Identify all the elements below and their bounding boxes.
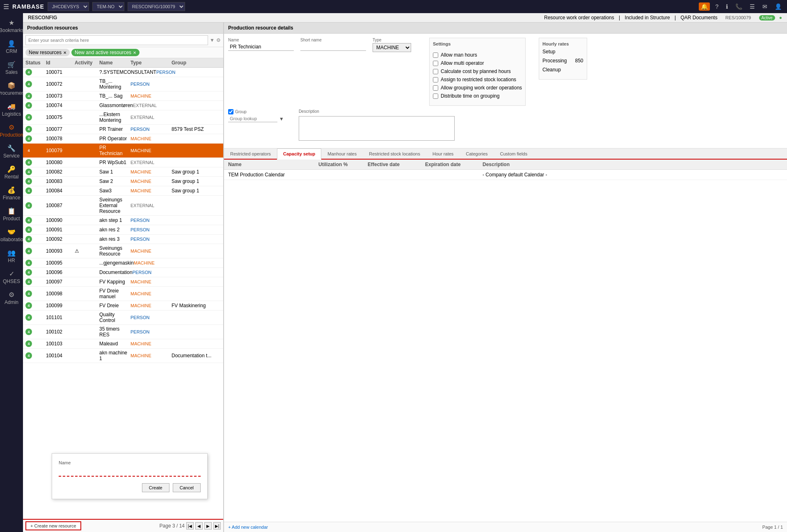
table-row[interactable]: 4 100102 35 timers RES PERSON bbox=[23, 325, 223, 339]
page-next-button[interactable]: ▶ bbox=[204, 522, 212, 530]
filter-close-icon[interactable]: ✕ bbox=[133, 50, 136, 55]
status-dot[interactable]: ● bbox=[779, 15, 782, 21]
table-row[interactable]: 4 100084 Saw3 MACHINE Saw group 1 bbox=[23, 186, 223, 196]
sidebar-item-production[interactable]: ⚙ Production bbox=[0, 121, 23, 140]
allow-grouping-checkbox[interactable] bbox=[433, 85, 438, 91]
table-row[interactable]: 4 100091 akn res 2 PERSON bbox=[23, 225, 223, 235]
row-id: 100074 bbox=[46, 103, 75, 108]
group-checkbox[interactable] bbox=[228, 109, 233, 114]
breadcrumb-bar: RESCONFIG Resource work order operations… bbox=[23, 13, 787, 23]
group-dropdown-icon[interactable]: ▼ bbox=[279, 116, 284, 122]
sidebar-item-crm[interactable]: 👤 CRM bbox=[0, 37, 23, 57]
sidebar-item-rental[interactable]: 🔑 Rental bbox=[0, 163, 23, 182]
capacity-page-info: Page 1 / 1 bbox=[762, 525, 783, 530]
allow-multi-operator-checkbox[interactable] bbox=[433, 61, 438, 66]
sidebar-item-product[interactable]: 📋 Product bbox=[0, 205, 23, 224]
group-lookup-input[interactable] bbox=[228, 115, 277, 122]
table-row[interactable]: 4 100073 TB_... Sag MACHINE bbox=[23, 91, 223, 101]
tab-categories[interactable]: Categories bbox=[460, 148, 494, 159]
table-row[interactable]: 4 100093 ⚠ Sveinungs Resource MACHINE bbox=[23, 244, 223, 258]
capacity-table-row[interactable]: TEM Production Calendar - Company defaul… bbox=[224, 170, 787, 180]
tab-restricted-stock-locations[interactable]: Restricted stock locations bbox=[363, 148, 426, 159]
settings-icon[interactable]: ⚙ bbox=[216, 37, 221, 43]
row-type: PERSON bbox=[130, 82, 172, 87]
row-status: 4 bbox=[25, 93, 46, 99]
sidebar-item-collaboration[interactable]: 🤝 Collaboration bbox=[0, 226, 23, 245]
sidebar-item-procurement[interactable]: 📦 Procurement bbox=[0, 79, 23, 98]
distribute-time-checkbox[interactable] bbox=[433, 94, 438, 99]
table-row[interactable]: 4 100104 akn machine 1 MACHINE Documenta… bbox=[23, 349, 223, 363]
table-row[interactable]: 4 100078 PR Operator MACHINE bbox=[23, 134, 223, 144]
mail-icon[interactable]: ✉ bbox=[760, 2, 769, 11]
qar-documents-link[interactable]: QAR Documents bbox=[680, 15, 717, 21]
tab-hour-rates[interactable]: Hour rates bbox=[426, 148, 460, 159]
table-row[interactable]: 4 100083 Saw 2 MACHINE Saw group 1 bbox=[23, 177, 223, 186]
description-textarea[interactable] bbox=[299, 116, 455, 141]
system-selector[interactable]: JHCDEVSYS bbox=[48, 2, 89, 11]
filter-close-icon[interactable]: ✕ bbox=[63, 50, 66, 55]
table-row[interactable]: 4 100079 PR Technician MACHINE bbox=[23, 144, 223, 158]
dialog-name-input[interactable] bbox=[59, 467, 201, 477]
phone-icon[interactable]: 📞 bbox=[733, 2, 744, 11]
sidebar-item-qhses[interactable]: ✓ QHSES bbox=[0, 267, 23, 287]
restricted-stock-checkbox[interactable] bbox=[433, 77, 438, 82]
sidebar-item-bookmarks[interactable]: ★ Bookmarks bbox=[0, 16, 23, 36]
hamburger-menu[interactable]: ☰ bbox=[3, 3, 9, 11]
table-row[interactable]: 4 100071 ?.SYSTEMCONSULTANT PERSON bbox=[23, 68, 223, 77]
page-first-button[interactable]: |◀ bbox=[186, 522, 194, 530]
included-in-structure-link[interactable]: Included in Structure bbox=[625, 15, 670, 21]
allow-man-hours-checkbox[interactable] bbox=[433, 53, 438, 58]
table-row[interactable]: 4 100092 akn res 3 PERSON bbox=[23, 235, 223, 244]
table-row[interactable]: 4 100075 ...Ekstern Montering EXTERNAL bbox=[23, 110, 223, 125]
table-row[interactable]: 4 100099 FV Dreie MACHINE FV Maskinering bbox=[23, 301, 223, 311]
bell-icon[interactable]: 🔔 bbox=[699, 2, 710, 11]
table-row[interactable]: 4 100080 PR WpSub1 EXTERNAL bbox=[23, 158, 223, 167]
name-input[interactable] bbox=[228, 43, 294, 51]
table-row[interactable]: 4 101101 Quality Control PERSON bbox=[23, 311, 223, 325]
resconfig-selector[interactable]: RESCONFIG/100079 bbox=[128, 2, 185, 11]
table-row[interactable]: 4 100090 akn step 1 PERSON bbox=[23, 216, 223, 225]
tab-custom-fields[interactable]: Custom fields bbox=[494, 148, 534, 159]
table-row[interactable]: 4 100098 FV Dreie manuel MACHINE bbox=[23, 287, 223, 301]
table-row[interactable]: 4 100082 Saw 1 MACHINE Saw group 1 bbox=[23, 167, 223, 177]
sidebar-item-finance[interactable]: 💰 Finance bbox=[0, 184, 23, 203]
table-row[interactable]: 4 100097 FV Kapping MACHINE bbox=[23, 277, 223, 287]
sidebar-item-service[interactable]: 🔧 Service bbox=[0, 142, 23, 161]
info-icon[interactable]: ℹ bbox=[724, 2, 730, 11]
short-name-input[interactable] bbox=[300, 43, 366, 51]
table-row[interactable]: 4 100074 Glassmontøren EXTERNAL bbox=[23, 101, 223, 110]
sidebar-item-logistics[interactable]: 🚚 Logistics bbox=[0, 100, 23, 119]
filter-new-resources[interactable]: New resources ✕ bbox=[25, 49, 70, 56]
table-row[interactable]: 4 100087 Sveinungs External Resource EXT… bbox=[23, 196, 223, 216]
help-icon[interactable]: ? bbox=[713, 2, 721, 11]
table-row[interactable]: 4 100095 ...gjengemaskin MACHINE bbox=[23, 258, 223, 268]
sidebar-item-sales[interactable]: 🛒 Sales bbox=[0, 58, 23, 78]
list-icon[interactable]: ☰ bbox=[748, 2, 757, 11]
filter-icon[interactable]: ▼ bbox=[210, 37, 215, 43]
tab-restricted-operators[interactable]: Restricted operators bbox=[224, 148, 277, 159]
page-last-button[interactable]: ▶| bbox=[213, 522, 221, 530]
dialog-cancel-button[interactable]: Cancel bbox=[173, 483, 201, 492]
table-row[interactable]: 4 100072 TB_... Montering PERSON bbox=[23, 77, 223, 91]
table-row[interactable]: 4 100077 PR Trainer PERSON 8579 Test PSZ bbox=[23, 125, 223, 134]
row-id: 100097 bbox=[46, 279, 75, 285]
add-calendar-button[interactable]: + Add new calendar bbox=[228, 525, 268, 530]
user-icon[interactable]: 👤 bbox=[773, 2, 784, 11]
env-selector[interactable]: TEM-NO bbox=[92, 2, 124, 11]
page-prev-button[interactable]: ◀ bbox=[195, 522, 203, 530]
resource-work-order-link[interactable]: Resource work order operations bbox=[544, 15, 614, 21]
table-row[interactable]: 4 100096 Documentation PERSON bbox=[23, 268, 223, 277]
sidebar-item-hr[interactable]: 👥 HR bbox=[0, 247, 23, 266]
sidebar-item-admin[interactable]: ⚙ Admin bbox=[0, 288, 23, 308]
admin-icon: ⚙ bbox=[9, 291, 14, 299]
table-row[interactable]: 4 100103 Maleavd MACHINE bbox=[23, 339, 223, 349]
tab-capacity-setup[interactable]: Capacity setup bbox=[277, 148, 321, 160]
row-type: PERSON bbox=[130, 315, 172, 320]
tab-manhour-rates[interactable]: Manhour rates bbox=[321, 148, 363, 159]
type-select[interactable]: MACHINE PERSON EXTERNAL bbox=[373, 43, 411, 52]
dialog-create-button[interactable]: Create bbox=[142, 483, 169, 492]
filter-new-active-resources[interactable]: New and active resources ✕ bbox=[71, 49, 140, 56]
calculate-cost-checkbox[interactable] bbox=[433, 69, 438, 74]
create-new-resource-button[interactable]: + Create new resource bbox=[25, 521, 81, 530]
search-input[interactable] bbox=[25, 35, 208, 45]
